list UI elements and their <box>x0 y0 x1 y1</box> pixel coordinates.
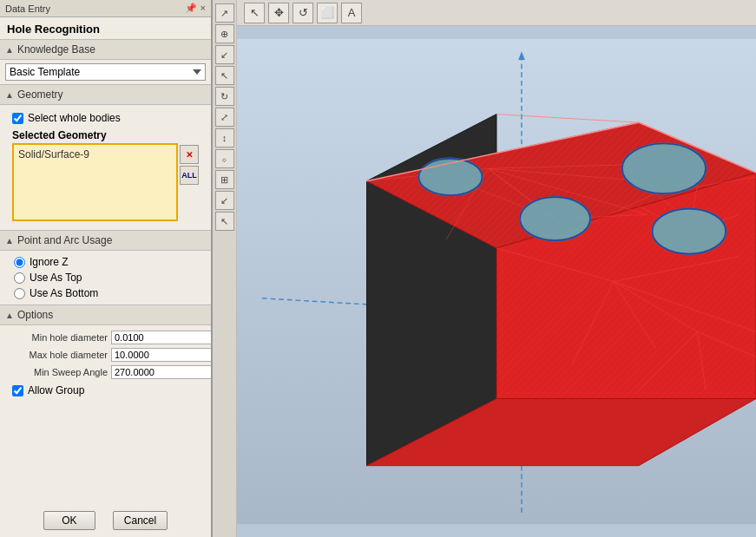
right-viewport: ↖ ✥ ↺ ⬜ A ↗ ⊕ ↙ ↖ ↻ ⤢ ↕ ⬦ ⊞ ↙ ↖ <box>213 0 756 537</box>
allow-group-checkbox[interactable] <box>12 385 23 396</box>
knowledge-base-dropdown[interactable]: Basic Template Advanced Template <box>5 63 206 81</box>
use-as-top-radio[interactable] <box>14 272 25 284</box>
min-sweep-label: Min Sweep Angle <box>12 367 108 377</box>
use-as-bottom-row: Use As Bottom <box>7 285 204 301</box>
point-arc-content: Ignore Z Use As Top Use As Bottom <box>0 251 211 305</box>
select-all-geometry-button[interactable]: ALL <box>180 166 199 185</box>
chevron-icon: ▲ <box>5 311 14 320</box>
viewport-3d[interactable] <box>237 26 756 537</box>
max-hole-input[interactable] <box>111 348 213 362</box>
use-as-bottom-radio[interactable] <box>14 288 25 299</box>
selected-geometry-label: Selected Geometry <box>7 128 204 143</box>
tool-7[interactable]: ↕ <box>215 128 234 147</box>
section-options[interactable]: ▲ Options <box>0 305 211 325</box>
tool-9[interactable]: ⊞ <box>215 170 234 189</box>
geometry-list-container: Solid/Surface-9 ✕ ALL <box>7 143 204 226</box>
chevron-icon: ▲ <box>5 45 14 55</box>
geometry-item[interactable]: Solid/Surface-9 <box>16 147 174 161</box>
rotate-tool-button[interactable]: ↺ <box>293 3 313 23</box>
panel-title: Data Entry <box>5 3 50 14</box>
min-hole-input[interactable] <box>111 331 213 344</box>
fit-button[interactable]: A <box>341 3 362 23</box>
side-toolbar: ↗ ⊕ ↙ ↖ ↻ ⤢ ↕ ⬦ ⊞ ↙ ↖ <box>213 0 237 537</box>
title-icons: 📌 × <box>185 3 206 14</box>
max-hole-row: Max hole diameter <box>7 346 204 363</box>
panel-title-bar: Data Entry 📌 × <box>0 0 211 17</box>
remove-geometry-button[interactable]: ✕ <box>180 145 199 164</box>
geometry-label: Geometry <box>17 88 63 101</box>
tool-4[interactable]: ↖ <box>215 66 234 85</box>
section-geometry[interactable]: ▲ Geometry <box>0 84 211 105</box>
knowledge-base-dropdown-row: Basic Template Advanced Template <box>0 60 211 84</box>
ignore-z-radio[interactable] <box>14 257 25 268</box>
min-hole-row: Min hole diameter <box>7 329 204 346</box>
geometry-listbox[interactable]: Solid/Surface-9 <box>12 143 178 221</box>
tool-11[interactable]: ↖ <box>215 212 234 231</box>
allow-group-label: Allow Group <box>28 384 84 396</box>
options-content: Min hole diameter Max hole diameter Min … <box>0 325 211 403</box>
tool-1[interactable]: ↗ <box>215 3 234 23</box>
chevron-icon: ▲ <box>5 236 14 246</box>
min-sweep-input[interactable] <box>111 365 213 379</box>
max-hole-label: Max hole diameter <box>12 350 108 360</box>
tool-6[interactable]: ⤢ <box>215 108 234 127</box>
tool-5[interactable]: ↻ <box>215 87 234 106</box>
tool-3[interactable]: ↙ <box>215 45 234 64</box>
cancel-button[interactable]: Cancel <box>113 511 168 530</box>
ignore-z-row: Ignore Z <box>7 254 204 270</box>
min-hole-label: Min hole diameter <box>12 332 108 343</box>
top-toolbar: ↖ ✥ ↺ ⬜ A <box>237 0 756 26</box>
close-icon[interactable]: × <box>201 3 206 14</box>
select-whole-bodies-checkbox[interactable] <box>12 113 23 124</box>
select-whole-bodies-label: Select whole bodies <box>28 112 121 124</box>
section-knowledge-base[interactable]: ▲ Knowledge Base <box>0 39 211 60</box>
geometry-buttons: ✕ ALL <box>180 143 199 221</box>
zoom-box-button[interactable]: ⬜ <box>317 3 338 23</box>
scene-svg <box>237 26 756 537</box>
select-tool-button[interactable]: ↖ <box>244 3 265 23</box>
ignore-z-label: Ignore Z <box>30 256 69 268</box>
use-as-top-label: Use As Top <box>30 272 82 284</box>
point-arc-label: Point and Arc Usage <box>17 234 112 246</box>
section-point-arc[interactable]: ▲ Point and Arc Usage <box>0 230 211 251</box>
geometry-content: Select whole bodies Selected Geometry So… <box>0 105 211 230</box>
tool-8[interactable]: ⬦ <box>215 149 234 168</box>
use-as-top-row: Use As Top <box>7 270 204 285</box>
move-tool-button[interactable]: ✥ <box>268 3 289 23</box>
bottom-buttons: OK Cancel <box>0 504 211 537</box>
tool-2[interactable]: ⊕ <box>215 24 234 43</box>
tool-10[interactable]: ↙ <box>215 191 234 210</box>
ok-button[interactable]: OK <box>43 511 95 530</box>
chevron-icon: ▲ <box>5 90 14 100</box>
select-whole-bodies-row: Select whole bodies <box>7 108 204 128</box>
left-panel: Data Entry 📌 × Hole Recognition ▲ Knowle… <box>0 0 213 537</box>
options-label: Options <box>17 309 53 321</box>
panel-heading: Hole Recognition <box>0 17 211 39</box>
allow-group-row: Allow Group <box>7 381 204 400</box>
use-as-bottom-label: Use As Bottom <box>30 287 98 299</box>
pin-icon[interactable]: 📌 <box>185 3 197 14</box>
min-sweep-row: Min Sweep Angle <box>7 363 204 381</box>
knowledge-base-label: Knowledge Base <box>17 43 95 56</box>
